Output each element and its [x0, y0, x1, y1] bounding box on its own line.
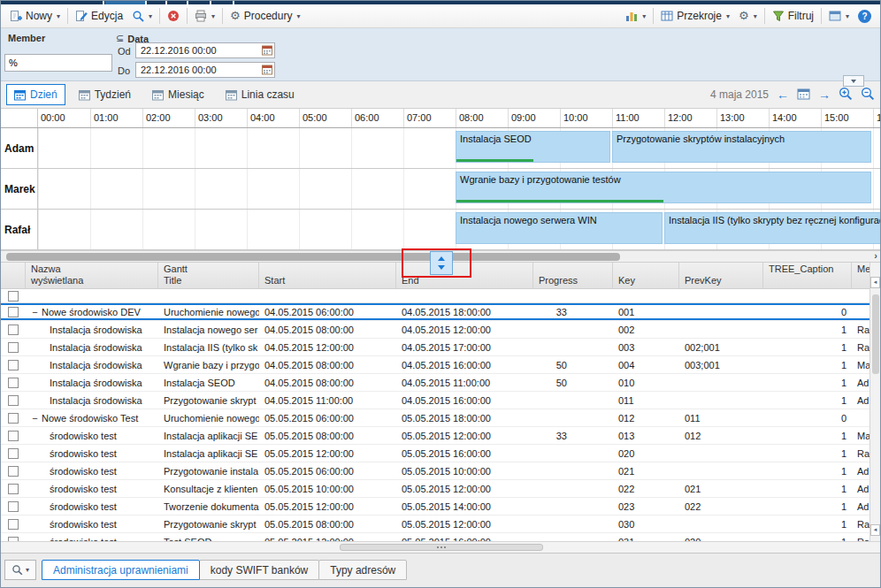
column-header-name[interactable]: Nazwa wyświetlana — [26, 263, 158, 288]
row-checkbox[interactable] — [8, 484, 19, 494]
table-filter-row — [1, 289, 880, 303]
task-bar[interactable]: Instalacja nowego serwera WIN — [456, 212, 663, 244]
row-checkbox[interactable] — [8, 519, 19, 530]
settings-button[interactable]: ⚙ ▾ — [734, 6, 762, 26]
scroll-right-icon[interactable]: › — [874, 250, 877, 261]
bottom-tab[interactable]: Typy adresów — [318, 560, 407, 580]
view-tabs: DzieńTydzieńMiesiącLinia czasu — [6, 84, 303, 105]
delete-button[interactable] — [163, 6, 184, 26]
table-row[interactable]: Instalacja środowiskaPrzygotowanie skryp… — [1, 392, 880, 409]
view-tab-week[interactable]: Tydzień — [71, 84, 139, 105]
column-header-tree-caption[interactable]: TREE_Caption — [763, 263, 852, 288]
resource-row: AdamInstalacja SEODPrzygotowanie skryptó… — [1, 128, 880, 169]
column-header-end[interactable]: End — [396, 263, 533, 288]
search-button[interactable]: ▾ — [127, 6, 157, 26]
chart-button[interactable]: ▾ — [621, 6, 650, 26]
table-row[interactable]: środowisko testTworzenie dokumenta05.05.… — [1, 498, 880, 515]
table-horizontal-scrollbar[interactable] — [1, 541, 880, 553]
prev-day-button[interactable]: ← — [777, 88, 789, 101]
calendar-button[interactable] — [797, 88, 810, 102]
scrollbar-thumb[interactable] — [6, 253, 620, 261]
row-checkbox[interactable] — [8, 378, 19, 388]
row-checkbox[interactable] — [8, 325, 19, 335]
resource-name: Rafał — [1, 210, 38, 249]
toolbar-separator — [821, 8, 822, 24]
column-header-start[interactable]: Start — [259, 263, 396, 288]
table-row[interactable]: środowisko testPrzygotowanie instala05.0… — [1, 462, 880, 480]
scroll-left-icon[interactable]: ◄ — [870, 524, 880, 536]
resource-track[interactable]: Wgranie bazy i przygotowanie testów — [38, 169, 880, 209]
task-bar[interactable]: Przygotowanie skryptów instalacyjnych — [612, 131, 871, 163]
table-row[interactable]: −Nowe środowisko TestUruchomienie nowego… — [1, 409, 880, 427]
column-header-key[interactable]: Key — [613, 263, 679, 288]
row-checkbox[interactable] — [8, 360, 19, 370]
help-button[interactable]: ? — [854, 6, 876, 26]
zoom-in-button[interactable] — [839, 87, 853, 103]
chevron-down-icon: ▾ — [26, 566, 29, 574]
row-checkbox[interactable] — [8, 466, 19, 477]
row-checkbox[interactable] — [8, 448, 19, 459]
column-header-progress[interactable]: Progress — [533, 263, 613, 288]
scrollbar-thumb[interactable] — [340, 544, 543, 551]
next-arrow-icon: → — [818, 88, 831, 102]
splitter-collapse-button[interactable] — [430, 251, 453, 275]
table-row[interactable]: środowisko testInstalacja aplikacji SE05… — [1, 445, 880, 462]
row-checkbox[interactable] — [8, 501, 19, 512]
table-row[interactable]: środowisko testKonsultacje z klienten05.… — [1, 480, 880, 498]
select-all-checkbox[interactable] — [8, 291, 19, 302]
collapse-icon[interactable]: − — [30, 307, 40, 317]
task-title: Instalacja IIS (tylko skrypty bez ręczne… — [665, 213, 880, 227]
table-row[interactable]: Instalacja środowiskaInstalacja IIS (tyl… — [1, 339, 880, 356]
layout-window-button[interactable]: ▾ — [824, 6, 854, 26]
table-row[interactable]: Instalacja środowiskaInstalacja SEOD04.0… — [1, 374, 880, 392]
table-vertical-scrollbar[interactable]: ◄ ◄ — [870, 263, 880, 541]
table-row[interactable]: środowisko testInstalacja aplikacji SE05… — [1, 427, 880, 445]
row-checkbox[interactable] — [8, 395, 19, 406]
resource-track[interactable]: Instalacja SEODPrzygotowanie skryptów in… — [38, 128, 880, 168]
next-day-button[interactable]: → — [818, 88, 831, 101]
name-text: środowisko test — [50, 431, 117, 441]
date-to-field[interactable]: 22.12.2016 00:00 — [135, 62, 275, 78]
date-from-field[interactable]: 22.12.2016 00:00 — [135, 42, 275, 58]
zoom-out-button[interactable] — [861, 87, 875, 103]
table-row[interactable]: Instalacja środowiskaInstalacja nowego s… — [1, 321, 880, 339]
filter-button[interactable]: Filtruj — [768, 6, 818, 26]
scrollbar-thumb[interactable] — [872, 294, 879, 374]
cell-key: 010 — [613, 378, 679, 388]
task-bar[interactable]: Instalacja SEOD — [456, 131, 610, 163]
row-checkbox[interactable] — [8, 431, 19, 441]
table-row[interactable]: środowisko testPrzygotowanie skrypt05.05… — [1, 515, 880, 533]
task-bar[interactable]: Wgranie bazy i przygotowanie testów — [456, 172, 871, 203]
row-checkbox[interactable] — [8, 307, 19, 317]
new-button[interactable]: Nowy ▾ — [5, 6, 65, 26]
filter-button-label: Filtruj — [788, 10, 814, 22]
header-line: Start — [264, 275, 390, 286]
resource-track[interactable]: Instalacja nowego serwera WINInstalacja … — [38, 210, 880, 249]
column-header-prevkey[interactable]: PrevKey — [679, 263, 763, 288]
task-bar[interactable]: Instalacja IIS (tylko skrypty bez ręczne… — [664, 212, 880, 244]
collapse-icon[interactable]: − — [30, 413, 40, 424]
calendar-icon[interactable] — [262, 65, 272, 75]
filter-panel-collapse-button[interactable] — [843, 75, 864, 87]
table-row[interactable]: Instalacja środowiskaWgranie bazy i przy… — [1, 356, 880, 374]
row-checkbox[interactable] — [8, 413, 19, 424]
view-tab-timeline[interactable]: Linia czasu — [218, 84, 303, 105]
cell-key: 002 — [613, 325, 679, 335]
table-row[interactable]: środowisko testTest SEOD05.05.2015 12:00… — [1, 533, 880, 541]
view-selector-button[interactable]: ▾ — [4, 560, 36, 580]
view-tab-day[interactable]: Dzień — [6, 84, 65, 105]
view-tab-month[interactable]: Miesiąc — [144, 84, 212, 105]
row-checkbox[interactable] — [8, 342, 19, 353]
print-button[interactable]: ▾ — [190, 6, 219, 26]
edit-button[interactable]: Edycja — [71, 6, 127, 26]
calendar-icon[interactable] — [262, 45, 272, 56]
cross-sections-button[interactable]: Przekroje ▾ — [656, 6, 734, 26]
procedures-button[interactable]: ⚙ Procedury ▾ — [226, 6, 304, 26]
table-row[interactable]: −Nowe środowisko DEVUruchomienie nowego0… — [1, 303, 880, 321]
scroll-left-icon[interactable]: ◄ — [870, 277, 880, 288]
bottom-tab[interactable]: Administracja uprawnieniami — [42, 560, 200, 580]
column-header-gantt-title[interactable]: Gantt Title — [158, 263, 259, 288]
member-input[interactable] — [4, 54, 112, 72]
cell-gantt-title: Przygotowanie skrypt — [158, 519, 259, 530]
bottom-tab[interactable]: kody SWIFT banków — [199, 560, 319, 580]
